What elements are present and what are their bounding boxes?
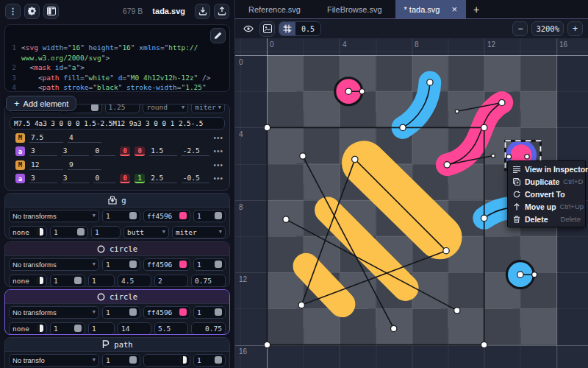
large-arc-flag[interactable]: 0: [120, 146, 130, 156]
fill-color-swatch[interactable]: [179, 261, 187, 268]
element-section-circle-selected[interactable]: circle No transforms▼ 1 ff4596 1 none 1 …: [4, 289, 230, 335]
sweep-flag[interactable]: 0: [135, 146, 145, 156]
transforms-select[interactable]: No transforms▼: [9, 258, 99, 271]
opacity-field[interactable]: 1: [102, 354, 140, 367]
tab-filebrowse-svg[interactable]: FileBrowse.svg: [314, 0, 395, 18]
element-section-path[interactable]: path No transfo▼ 1 1: [4, 337, 230, 368]
zoom-level-button[interactable]: 3200%: [531, 21, 564, 36]
fill-color-field[interactable]: ff4596: [143, 258, 190, 271]
download-button[interactable]: [195, 4, 210, 19]
stroke-field[interactable]: none: [9, 226, 47, 238]
cx-field[interactable]: 4.5: [118, 275, 151, 287]
command-arg[interactable]: 3: [29, 146, 57, 156]
opacity-field[interactable]: 1: [102, 210, 140, 222]
stroke-width-field[interactable]: 1: [88, 275, 115, 287]
command-arg[interactable]: 9: [68, 160, 101, 170]
opacity-field[interactable]: 1: [102, 258, 140, 271]
fill-opacity-field[interactable]: 1: [193, 306, 226, 319]
canvas-viewport[interactable]: 0 4 8 12 16 0 4 8 12 16: [235, 38, 588, 368]
linecap-select[interactable]: round▼: [143, 104, 188, 113]
linejoin-select[interactable]: miter▼: [191, 104, 225, 113]
path-command-row[interactable]: a 3 3 0 0 0 1.5 -2.5 •••: [5, 145, 229, 159]
cy-field[interactable]: 2: [154, 275, 188, 287]
command-arg[interactable]: 12: [29, 160, 63, 170]
menu-item-view-in-inspector[interactable]: View in Inspector: [508, 163, 585, 175]
fill-color-swatch[interactable]: [179, 308, 187, 316]
code-editor[interactable]: 1<svg width="16" height="16" xmlns="http…: [4, 24, 230, 92]
row-more-button[interactable]: •••: [213, 134, 223, 142]
stroke-opacity-field[interactable]: 1: [50, 275, 85, 287]
new-tab-button[interactable]: +: [466, 0, 487, 18]
stroke-opacity-field[interactable]: 1: [50, 322, 85, 335]
command-badge-M[interactable]: M: [15, 133, 25, 143]
element-section-circle[interactable]: circle No transforms▼ 1 ff4596 1 none 1 …: [4, 241, 230, 287]
path-command-row[interactable]: a 3 3 0 0 1 2.5 -0.5 •••: [5, 172, 229, 186]
row-more-button[interactable]: •••: [213, 161, 223, 169]
linecap-select[interactable]: butt▼: [123, 226, 169, 238]
sweep-flag[interactable]: 1: [135, 174, 145, 183]
cx-field[interactable]: 14: [118, 322, 151, 335]
fill-opacity-field[interactable]: 1: [193, 210, 226, 222]
transforms-select[interactable]: No transforms▼: [9, 306, 99, 319]
fill-opacity-field[interactable]: 1: [193, 258, 226, 271]
transforms-select[interactable]: No transfo▼: [9, 354, 99, 367]
fill-color-swatch[interactable]: [179, 212, 187, 219]
stroke-width-field[interactable]: 1: [91, 226, 121, 238]
command-arg[interactable]: 0: [93, 146, 115, 156]
element-section-g[interactable]: g No transforms▼ 1 ff4596 1 none 1 1 but…: [4, 193, 230, 239]
section-header-path[interactable]: path: [5, 338, 229, 352]
command-arg[interactable]: 4: [68, 133, 101, 143]
fill-color-field[interactable]: ff4596: [143, 210, 190, 222]
path-d-input[interactable]: M7.5 4a3 3 0 0 0 1.5-2.5M12 9a3 3 0 0 1 …: [10, 117, 225, 130]
add-element-button[interactable]: + Add element: [6, 96, 76, 111]
cone-shape[interactable]: [306, 163, 440, 304]
blue-swoosh-top[interactable]: [403, 82, 430, 127]
command-badge-M[interactable]: M: [15, 160, 25, 170]
opacity-field[interactable]: 1: [102, 306, 140, 319]
fill-color-field[interactable]: ff4596: [143, 306, 190, 319]
linejoin-select[interactable]: miter▼: [172, 226, 226, 238]
tab-reference-svg[interactable]: Reference.svg: [235, 0, 314, 18]
cy-field[interactable]: 5.5: [154, 322, 188, 335]
row-more-button[interactable]: •••: [214, 147, 224, 155]
menu-item-move-up[interactable]: Move up Ctrl+Up: [508, 200, 585, 213]
command-arg[interactable]: 3: [62, 146, 90, 156]
command-arg[interactable]: 2.5: [149, 174, 177, 183]
r-field[interactable]: 0.75: [191, 275, 226, 287]
transforms-select[interactable]: No transforms▼: [9, 210, 99, 222]
fill-color-field[interactable]: [143, 354, 190, 367]
stroke-width-field[interactable]: 1.25: [105, 104, 140, 113]
menu-item-delete[interactable]: Delete Delete: [508, 213, 585, 225]
command-arg[interactable]: -0.5: [182, 174, 209, 183]
settings-button[interactable]: [24, 4, 40, 19]
close-tab-icon[interactable]: ×: [451, 4, 457, 15]
edit-code-button[interactable]: [210, 28, 226, 43]
zoom-in-button[interactable]: +: [567, 21, 583, 36]
command-badge-a[interactable]: a: [15, 174, 25, 183]
command-arg[interactable]: 0: [93, 174, 115, 183]
menu-item-convert-to[interactable]: Convert To: [508, 188, 585, 200]
large-arc-flag[interactable]: 0: [120, 174, 130, 183]
upload-button[interactable]: [214, 4, 229, 19]
menu-item-duplicate[interactable]: Duplicate Ctrl+D: [508, 175, 585, 188]
image-overlay-button[interactable]: [259, 21, 275, 37]
command-badge-a[interactable]: a: [15, 146, 25, 156]
section-header-g[interactable]: g: [5, 194, 229, 208]
stroke-opacity-field[interactable]: 1: [50, 226, 88, 238]
r-field[interactable]: 0.75: [191, 322, 226, 335]
stroke-field[interactable]: none: [9, 275, 47, 287]
section-header-circle[interactable]: circle: [5, 290, 229, 304]
command-arg[interactable]: 3: [62, 174, 90, 183]
command-arg[interactable]: 1.5: [149, 146, 177, 156]
stroke-field[interactable]: none: [9, 322, 47, 335]
grid-snap-button[interactable]: [279, 22, 295, 35]
stroke-width-field[interactable]: 1: [88, 322, 115, 335]
row-more-button[interactable]: •••: [214, 174, 224, 183]
zoom-out-button[interactable]: −: [512, 21, 528, 36]
visibility-button[interactable]: [240, 21, 256, 37]
path-command-row[interactable]: M 7.5 4 •••: [5, 131, 229, 145]
grid-size-value[interactable]: 0.5: [295, 25, 320, 33]
command-arg[interactable]: -2.5: [182, 146, 209, 156]
command-arg[interactable]: 7.5: [29, 133, 63, 143]
section-header-circle[interactable]: circle: [5, 242, 229, 256]
